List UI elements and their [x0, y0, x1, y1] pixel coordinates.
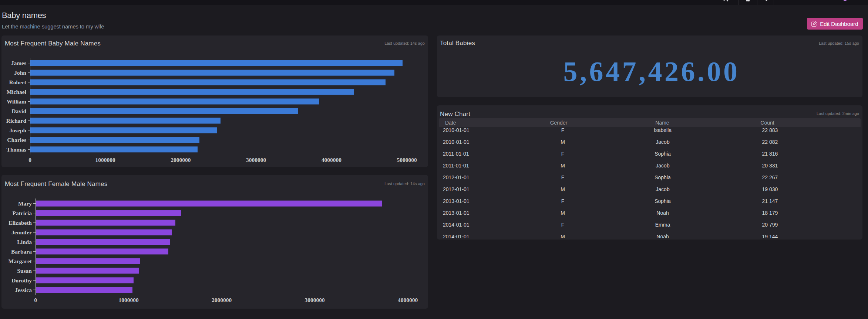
- svg-text:0: 0: [28, 157, 31, 163]
- svg-text:1000000: 1000000: [118, 297, 139, 303]
- svg-text:4000000: 4000000: [322, 157, 342, 163]
- svg-text:1000000: 1000000: [95, 157, 116, 163]
- svg-text:3000000: 3000000: [305, 297, 325, 303]
- svg-text:William: William: [7, 98, 26, 105]
- svg-text:Elizabeth: Elizabeth: [9, 220, 32, 226]
- svg-text:2000000: 2000000: [212, 297, 232, 303]
- svg-text:0: 0: [34, 297, 37, 303]
- svg-text:4000000: 4000000: [398, 297, 418, 303]
- svg-text:Linda: Linda: [17, 239, 32, 245]
- svg-text:Barbara: Barbara: [11, 248, 32, 255]
- svg-text:5000000: 5000000: [397, 157, 417, 163]
- svg-text:James: James: [11, 60, 26, 66]
- svg-text:Susan: Susan: [17, 268, 32, 274]
- svg-text:Robert: Robert: [9, 79, 27, 85]
- svg-text:Charles: Charles: [7, 137, 26, 143]
- svg-text:2000000: 2000000: [171, 157, 191, 163]
- svg-text:Thomas: Thomas: [7, 146, 26, 153]
- svg-text:Dorothy: Dorothy: [11, 277, 32, 284]
- svg-text:David: David: [11, 108, 26, 114]
- svg-text:John: John: [14, 69, 26, 76]
- svg-text:Joseph: Joseph: [9, 127, 26, 133]
- svg-text:Patricia: Patricia: [12, 210, 32, 216]
- svg-text:Mary: Mary: [18, 200, 32, 207]
- svg-text:Margaret: Margaret: [9, 258, 32, 264]
- svg-text:Jessica: Jessica: [15, 287, 32, 293]
- svg-text:Michael: Michael: [7, 89, 27, 95]
- svg-text:3000000: 3000000: [246, 157, 266, 163]
- svg-text:Richard: Richard: [6, 118, 27, 124]
- svg-text:Jennifer: Jennifer: [11, 229, 32, 235]
